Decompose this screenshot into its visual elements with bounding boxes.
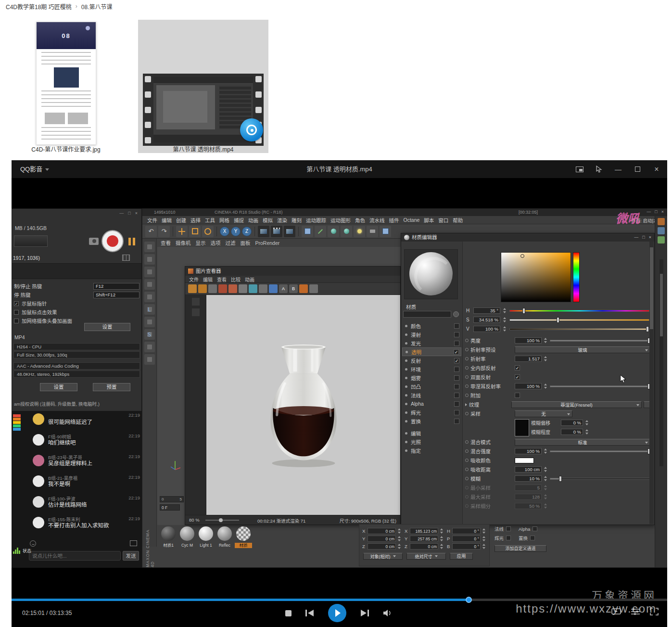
video-area[interactable]: —□× MB / 140.5GB 1917, 1036) 制/停止 热键 停 热… <box>12 178 667 627</box>
material-thumb[interactable]: 材质 <box>235 526 252 548</box>
coord-size-input[interactable]: 257.85 cm <box>410 536 438 542</box>
channel-label[interactable]: 编辑 <box>411 430 461 437</box>
menu-item[interactable]: 文件 <box>189 276 199 283</box>
material-thumb[interactable]: Cyc M <box>178 526 196 548</box>
stepper[interactable] <box>544 466 548 473</box>
coord-size-input[interactable]: 0 cm <box>410 543 438 550</box>
compare-b-icon[interactable]: B <box>289 284 298 293</box>
show-cursor-checkbox[interactable]: ✓ <box>14 301 19 306</box>
player-titlebar[interactable]: QQ影音 第八节课 透明材质.mp4 — × <box>12 160 667 178</box>
stepper[interactable] <box>503 317 507 323</box>
panel-icon[interactable] <box>122 255 130 261</box>
stepper[interactable] <box>544 503 548 509</box>
material-manager-strip[interactable]: 材质1 Cyc M Light 1 Reflec 材质 <box>160 526 252 548</box>
channel-toggle[interactable]: Alpha <box>519 525 539 532</box>
recorder-settings2-button[interactable]: 设置 <box>40 383 77 391</box>
menu-item[interactable]: 脚本 <box>424 217 434 224</box>
channel-checkbox[interactable] <box>454 401 459 407</box>
stepper[interactable] <box>440 543 444 550</box>
axis-lock-x-icon[interactable]: X <box>220 227 229 236</box>
channel-label[interactable]: 透明 <box>411 348 454 356</box>
menu-item[interactable]: 模拟 <box>263 217 273 224</box>
value-slider[interactable] <box>509 328 649 330</box>
zoom-level[interactable]: 80 % <box>189 517 200 523</box>
menu-item[interactable]: 角色 <box>355 217 365 224</box>
stepper[interactable] <box>440 536 444 542</box>
blur-scale-value[interactable]: 0 % <box>561 429 583 435</box>
close-icon[interactable]: × <box>649 233 651 242</box>
edges-mode-icon[interactable] <box>144 292 155 302</box>
render-view-icon[interactable] <box>258 226 269 237</box>
channel-label[interactable]: 光照 <box>411 438 461 446</box>
layout-icon[interactable] <box>658 227 665 234</box>
saturation-value-picker[interactable] <box>501 252 571 302</box>
pause-button[interactable] <box>128 238 135 245</box>
material-editor-scrollbar[interactable] <box>649 242 654 524</box>
saturation-slider[interactable] <box>509 319 649 321</box>
accuracy-value[interactable]: 50 % <box>515 503 542 509</box>
stop-button[interactable] <box>285 610 292 616</box>
hue-strip[interactable] <box>573 252 580 302</box>
lock-icon[interactable] <box>144 342 155 352</box>
picture-viewer-menubar[interactable]: 文件编辑查看比较动画 <box>185 276 400 283</box>
ram-player-icon[interactable] <box>218 284 227 293</box>
viewport-solo-icon[interactable] <box>144 354 155 365</box>
seek-bar[interactable] <box>12 599 667 601</box>
material-channel-row[interactable]: 环境 <box>402 365 461 373</box>
channel-checkbox[interactable] <box>454 367 459 372</box>
material-channel-list[interactable]: 颜色 漫射 发光 <box>402 321 461 455</box>
recorder-preset-button[interactable]: 预置 <box>93 383 130 391</box>
file-label-jpg[interactable]: C4D-第八节课作业要求.jpg <box>18 145 114 153</box>
menu-item[interactable]: 流水线 <box>369 217 385 224</box>
rotate-tool-icon[interactable] <box>202 226 214 237</box>
maximize-icon[interactable] <box>634 166 641 173</box>
menu-item[interactable]: 插件 <box>389 217 399 224</box>
stepper[interactable] <box>544 383 548 389</box>
c4d-titlebar[interactable]: 1495x1010 CINEMA 4D R18 Studio (RC - R18… <box>142 209 667 216</box>
filter-icon[interactable] <box>239 284 247 293</box>
material-channel-row[interactable]: 辉光 <box>402 408 461 417</box>
add-custom-channel-button[interactable]: 添加自定义通道 <box>494 545 546 552</box>
brightness-value[interactable]: 100 % <box>515 337 542 344</box>
stepper[interactable] <box>585 420 589 426</box>
eyedropper-icon[interactable] <box>453 311 459 317</box>
menu-item[interactable]: 文件 <box>147 217 157 224</box>
fresnel-value[interactable]: 100 % <box>515 383 542 389</box>
recorder-window-buttons[interactable]: —□× <box>119 211 138 216</box>
stepper[interactable] <box>544 448 548 454</box>
menu-item[interactable]: 编辑 <box>162 217 172 224</box>
breadcrumb-item-course[interactable]: C4D教学第18期 巧匠樱桃 <box>6 2 72 11</box>
ior-value[interactable]: 1.517 <box>515 356 542 362</box>
channel-checkbox[interactable] <box>454 375 459 381</box>
avatar[interactable] <box>33 496 44 508</box>
add-camera-icon[interactable] <box>367 226 378 237</box>
file-label-mp4[interactable]: 第八节课 透明材质.mp4 <box>138 145 268 153</box>
channel-label[interactable]: 反射 <box>411 357 454 364</box>
channel-label[interactable]: 漫射 <box>411 331 454 338</box>
breadcrumb-item-lesson[interactable]: 08.第八节课 <box>81 2 113 11</box>
next-button[interactable] <box>360 609 369 617</box>
sampling-dropdown[interactable]: 无 <box>515 410 572 417</box>
menu-item[interactable]: 工具 <box>205 217 215 224</box>
material-channel-row[interactable]: 颜色 <box>402 321 461 330</box>
channel-label[interactable]: 环境 <box>411 366 454 373</box>
layers-icon[interactable] <box>259 284 267 293</box>
channel-checkbox[interactable] <box>454 332 459 337</box>
additive-checkbox[interactable] <box>515 393 520 398</box>
mix-mode-dropdown[interactable]: 标准 <box>515 439 650 446</box>
absorption-color-swatch[interactable] <box>515 458 534 463</box>
coord-position-input[interactable]: 0 cm <box>368 536 396 542</box>
menu-item[interactable]: 运动图形 <box>330 217 351 224</box>
settings-sliders-button[interactable] <box>631 608 640 615</box>
coord-size-input[interactable]: 185.123 cm <box>410 528 438 534</box>
add-generator-icon[interactable] <box>328 226 339 237</box>
workplane-icon[interactable] <box>144 267 155 277</box>
material-name-input[interactable] <box>403 311 451 318</box>
channel-label[interactable]: 烟雾 <box>411 374 454 382</box>
viewport-menu-item[interactable]: 选项 <box>211 239 221 246</box>
snap-mode-icon[interactable]: S <box>144 329 155 340</box>
axis-lock-z-icon[interactable]: Z <box>242 227 252 236</box>
fullscreen-icon[interactable] <box>309 284 318 293</box>
material-preview-sphere[interactable] <box>409 252 453 295</box>
hotkey-pause-input[interactable] <box>93 292 139 298</box>
